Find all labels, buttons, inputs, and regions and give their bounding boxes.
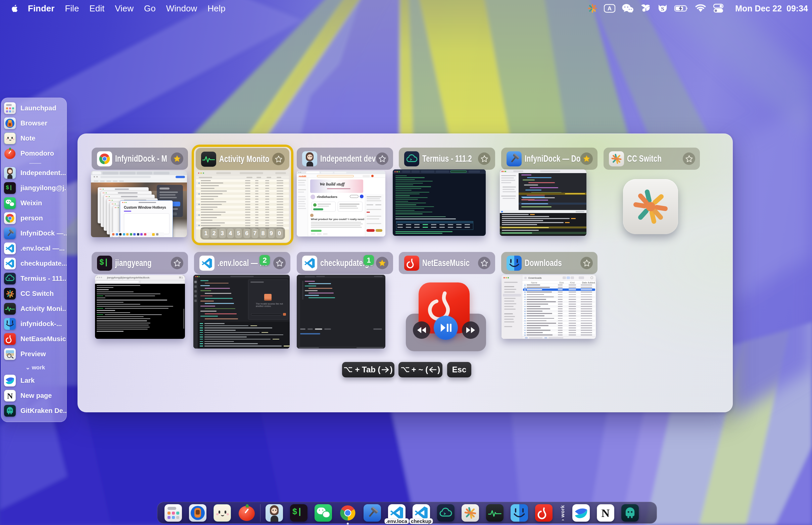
svg-text:A: A (608, 5, 611, 12)
svg-text:S: S (661, 6, 664, 12)
